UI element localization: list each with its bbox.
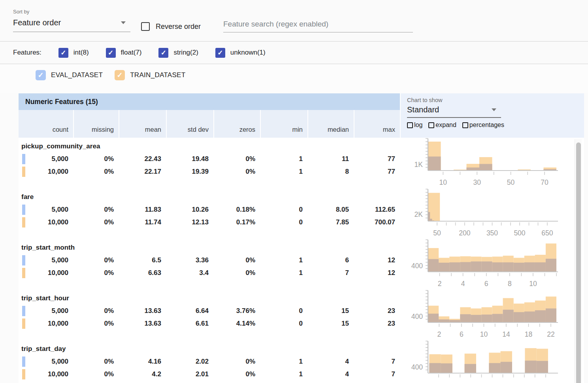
scrollbar-thumb[interactable] <box>576 142 581 383</box>
y-axis-label: 400 <box>411 313 423 320</box>
x-axis-label: 10 <box>439 178 447 186</box>
stat-cell: 19.48 <box>166 153 213 165</box>
log-option[interactable]: log <box>407 121 422 129</box>
float-checkbox[interactable]: ✓ <box>106 48 116 58</box>
chart-type-underline <box>407 117 501 118</box>
feature-name: pickup_community_area <box>19 141 400 153</box>
stat-cell: 0% <box>73 216 119 229</box>
sort-by-dropdown[interactable]: Sort by Feature order <box>13 9 130 32</box>
type-filter-int[interactable]: ✓ int(8) <box>58 48 89 58</box>
stat-cell: 0.18% <box>213 203 260 216</box>
percentages-checkbox[interactable] <box>462 122 468 128</box>
feature-name: trip_start_day <box>19 344 400 355</box>
stats-row-train: 10,0000%13.636.614.14%01523 <box>19 317 400 330</box>
stat-cell: 700.07 <box>354 216 400 229</box>
stat-cell: 5,000 <box>19 153 73 165</box>
stat-cell: 15 <box>307 317 354 330</box>
expand-checkbox[interactable] <box>428 122 434 128</box>
stat-cell: 7 <box>354 368 400 381</box>
stat-cell: 3.36 <box>166 254 213 267</box>
dataset-eval-toggle[interactable]: ✓ EVAL_DATASET <box>36 70 103 80</box>
chart-to-show-label: Chart to show <box>407 97 584 103</box>
stat-cell: 6.5 <box>119 254 166 267</box>
search-input[interactable] <box>223 20 413 32</box>
stat-cell: 15 <box>307 305 354 317</box>
x-axis-label: 30 <box>473 178 481 186</box>
reverse-order-checkbox[interactable] <box>141 22 150 31</box>
eval-color-chip <box>22 205 25 215</box>
stat-cell: 7 <box>354 355 400 368</box>
stat-cell: 0% <box>73 153 119 165</box>
toolbar: Sort by Feature order Reverse order <box>0 0 588 41</box>
x-axis-label: 650 <box>541 229 553 237</box>
feature-name: trip_start_hour <box>19 293 400 305</box>
stat-cell: 1 <box>260 254 307 267</box>
stats-row-train: 10,0000%11.7412.130.17%07.85700.07 <box>19 216 400 229</box>
eval-dataset-checkbox[interactable]: ✓ <box>36 70 46 80</box>
histogram-chart: 400246810 <box>400 239 583 289</box>
col-missing: missing <box>73 110 119 138</box>
x-axis-label: 350 <box>486 229 498 237</box>
type-filter-string[interactable]: ✓ string(2) <box>158 48 198 58</box>
dataset-train-toggle[interactable]: ✓ TRAIN_DATASET <box>115 70 185 80</box>
stat-cell: 0.17% <box>213 216 260 229</box>
stat-cell: 8 <box>307 165 354 178</box>
stat-cell: 5,000 <box>19 254 73 267</box>
feature-rows-container: pickup_community_area5,0000%22.4319.480%… <box>19 138 584 383</box>
stats-row-eval: 5,0000%13.636.643.76%01523 <box>19 305 400 317</box>
train-dataset-checkbox[interactable]: ✓ <box>115 70 125 80</box>
chart-type-value: Standard <box>407 105 439 114</box>
feature-histogram: 1K10305070 <box>400 138 584 188</box>
stat-cell: 0% <box>73 317 119 330</box>
histogram-chart: 2K50200350500650 <box>400 188 583 238</box>
unknown-checkbox[interactable]: ✓ <box>215 48 225 58</box>
stat-cell: 19.39 <box>166 165 213 178</box>
histogram-chart: 1K10305070 <box>400 138 583 188</box>
col-min: min <box>260 110 307 138</box>
y-axis-label: 1K <box>415 161 423 169</box>
stat-cell: 2.02 <box>166 355 213 368</box>
x-axis-label: 10 <box>480 330 488 338</box>
expand-option[interactable]: expand <box>428 121 456 129</box>
log-checkbox[interactable] <box>407 122 413 128</box>
reverse-order-control: Reverse order <box>141 22 201 31</box>
x-axis-label: 200 <box>459 229 470 237</box>
chart-type-dropdown[interactable]: Standard <box>407 105 501 118</box>
feature-histogram: 4002610141822 <box>400 290 584 340</box>
stat-cell: 22.43 <box>119 153 166 165</box>
chevron-down-icon <box>492 108 496 111</box>
stat-cell: 112.65 <box>354 203 400 216</box>
y-axis-label: 400 <box>411 363 423 371</box>
stat-cell: 6 <box>307 254 354 267</box>
string-checkbox[interactable]: ✓ <box>158 48 168 58</box>
feature-name: fare <box>19 192 400 203</box>
stat-cell: 7.85 <box>307 216 354 229</box>
type-filter-unknown[interactable]: ✓ unknown(1) <box>215 48 266 58</box>
stat-cell: 10,000 <box>19 317 73 330</box>
col-zeros: zeros <box>213 110 260 138</box>
x-axis-label: 2 <box>438 280 442 288</box>
train-color-chip <box>22 268 25 278</box>
type-filter-float[interactable]: ✓ float(7) <box>106 48 142 58</box>
int-checkbox[interactable]: ✓ <box>58 48 68 58</box>
stats-row-eval: 5,0000%11.8310.260.18%08.05112.65 <box>19 203 400 216</box>
percentages-option[interactable]: percentages <box>462 121 504 129</box>
stat-cell: 13.63 <box>119 305 166 317</box>
stat-cell: 4 <box>307 355 354 368</box>
train-color-chip <box>22 369 25 379</box>
stat-cell: 77 <box>354 153 400 165</box>
y-axis-label: 2K <box>415 210 423 218</box>
stat-cell: 4.14% <box>213 317 260 330</box>
stat-cell: 0 <box>260 305 307 317</box>
x-axis-label: 50 <box>433 229 441 237</box>
stat-cell: 5,000 <box>19 203 73 216</box>
x-axis-label: 70 <box>541 178 548 186</box>
features-type-bar: Features: ✓ int(8) ✓ float(7) ✓ string(2… <box>0 42 588 64</box>
stat-cell: 0% <box>73 254 119 267</box>
stat-cell: 7 <box>307 267 354 279</box>
sort-by-value: Feature order <box>13 18 61 27</box>
stat-cell: 0% <box>73 368 119 381</box>
x-axis-label: 22 <box>547 330 554 338</box>
stat-cell: 0% <box>213 165 260 178</box>
stat-cell: 3.4 <box>166 267 213 279</box>
